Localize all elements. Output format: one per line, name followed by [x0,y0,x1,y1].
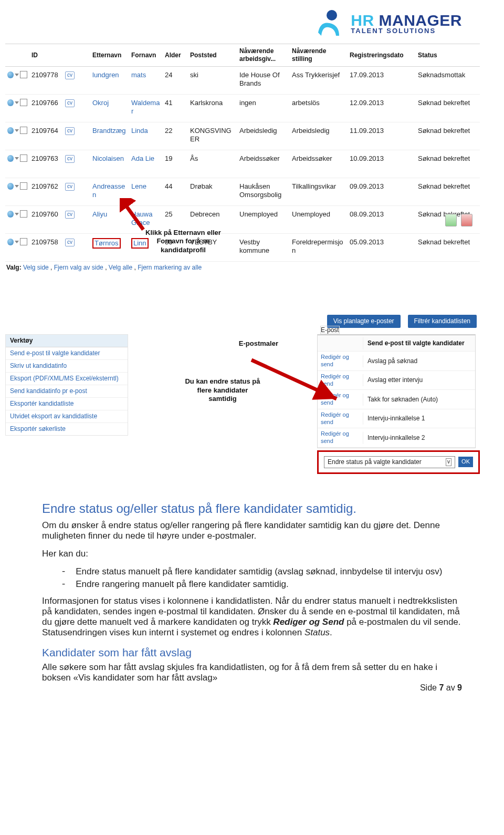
cv-link[interactable]: cv [65,239,75,246]
firstname-link[interactable]: Lene [129,182,163,191]
email-panel-header: Send e-post til valgte kandidater [363,337,475,349]
edit-and-send-link[interactable]: Redigér og send [318,352,363,370]
globe-icon[interactable] [7,127,14,134]
brand-logo: HR MANAGER TALENT SOLUTIONS [42,7,462,40]
dropdown-arrow-icon[interactable] [15,101,19,104]
table-row: 2109762cvAndreassenLene44DrøbakHaukåsen … [5,178,480,206]
edit-and-send-link[interactable]: Redigér og send [318,390,363,409]
tool-link[interactable]: Eksportér søkerliste [6,423,128,435]
row-checkbox[interactable] [20,127,27,134]
cv-link[interactable]: cv [65,71,75,79]
body-paragraph: Informasjonen for status vises i kolonne… [42,596,462,638]
table-row: 2109766cvOkrojWaldemar41Karlskronaingena… [5,95,480,122]
email-template-row: Redigér og sendAvslag etter intervju [318,371,475,390]
firstname-link[interactable]: mats [129,71,163,79]
firstname-link[interactable]: Hauwa Grace [129,210,163,228]
ok-button[interactable]: OK [458,457,473,467]
body-paragraph: Om du ønsker å endre status og/eller ran… [42,520,462,541]
dropdown-arrow-icon[interactable] [15,74,19,76]
annotation-change-status: Du kan endre status på flere kandidater … [135,377,310,403]
tools-panel: Verktøy Send e-post til valgte kandidate… [5,334,128,436]
cv-link[interactable]: cv [65,127,75,135]
email-template-row: Redigér og sendIntervju-innkallelse 2 [318,428,475,448]
table-row: 2109778cvlundgrenmats24skiIde House Of B… [5,67,480,95]
lastname-link[interactable]: Aliyu [90,210,129,219]
tool-link[interactable]: Send kandidatinfo pr e-post [6,385,128,398]
tool-link[interactable]: Utvidet eksport av kandidatliste [6,410,128,423]
globe-icon[interactable] [7,239,14,245]
edit-and-send-link[interactable]: Redigér og send [318,428,363,447]
tool-link[interactable]: Skriv ut kandidatinfo [6,360,128,373]
email-template-row: Redigér og sendIntervju-innkallelse 1 [318,409,475,429]
table-row: 2109764cvBrandtzægLinda22KONGSVINGERArbe… [5,122,480,150]
email-templates-panel: Send e-post til valgte kandidater Redigé… [317,334,476,448]
tool-link[interactable]: Eksport (PDF/XML/MS Excel/eksterntl) [6,373,128,385]
firstname-link[interactable]: Ada Lie [129,154,163,163]
globe-icon[interactable] [7,99,14,106]
edit-and-send-link[interactable]: Redigér og send [318,409,363,428]
cv-link[interactable]: cv [65,183,75,191]
dropdown-arrow-icon[interactable] [15,213,19,215]
lastname-link[interactable]: Nicolaisen [90,154,129,163]
globe-icon[interactable] [7,183,14,190]
export-xls-icon[interactable] [445,214,457,226]
email-template-row: Redigér og sendAvslag på søknad [318,352,475,371]
bullet-list: -Endre status manuelt på flere kandidate… [61,566,462,590]
globe-icon[interactable] [7,155,14,162]
export-icons [445,214,472,226]
lastname-link[interactable]: Andreassen [90,182,129,200]
change-status-dropdown[interactable]: Endre status på valgte kandidater v [324,456,455,468]
body-paragraph: Her kan du: [42,549,462,559]
table-row: 2109763cvNicolaisenAda Lie19ÅsArbeidssøk… [5,150,480,178]
table-row: 2109760cvAliyuHauwa Grace25DebrecenUnemp… [5,206,480,234]
row-checkbox[interactable] [20,71,27,78]
change-status-box: Endre status på valgte kandidater v OK [317,450,480,474]
firstname-link[interactable]: Linda [129,127,163,135]
dropdown-arrow-icon[interactable] [15,185,19,188]
svg-point-0 [327,10,337,20]
firstname-link[interactable]: Waldemar [129,99,163,116]
section-heading-1: Endre status og/eller status på flere ka… [42,501,462,516]
globe-icon[interactable] [7,71,14,78]
export-pdf-icon[interactable] [461,214,472,226]
dropdown-arrow-icon[interactable] [15,129,19,132]
tool-link[interactable]: Send e-post til valgte kandidater [6,347,128,360]
screenshot-panel: ID Etternavn Fornavn Alder Poststed Nåvæ… [5,44,480,474]
annotation-click-name: Klikk på Etternavn eller Fornavn for å s… [128,229,238,254]
clear-all-link[interactable]: Fjern markering av alle [138,264,202,271]
row-checkbox[interactable] [20,238,27,245]
cv-link[interactable]: cv [65,155,75,163]
lastname-link[interactable]: lundgren [90,71,129,79]
row-checkbox[interactable] [20,99,27,106]
selection-row: Valg: Velg side , Fjern valg av side , V… [5,262,480,274]
row-checkbox[interactable] [20,210,27,218]
select-all-link[interactable]: Velg alle [109,264,132,271]
dropdown-arrow-icon[interactable] [15,157,19,160]
chevron-down-icon: v [446,458,452,466]
row-checkbox[interactable] [20,154,27,162]
email-template-label: Intervju-innkallelse 2 [363,432,475,444]
row-checkbox[interactable] [20,182,27,190]
body-paragraph: Alle søkere som har fått avslag skjules … [42,662,462,683]
table-row: 2109758cvTørnrosLinn30VESTBYVestby kommu… [5,234,480,262]
logo-subtitle: TALENT SOLUTIONS [351,28,462,34]
section-heading-2: Kandidater som har fått avslag [42,646,462,659]
globe-icon[interactable] [7,211,14,218]
clear-page-link[interactable]: Fjern valg av side [54,264,103,271]
tools-panel-header: Verktøy [6,335,128,347]
lastname-link[interactable]: Tørnros [90,238,129,249]
cv-link[interactable]: cv [65,211,75,219]
page-footer: Side 7 av 9 [420,683,462,693]
cv-link[interactable]: cv [65,99,75,107]
email-template-label: Takk for søknaden (Auto) [363,394,475,406]
edit-and-send-link[interactable]: Redigér og send [318,371,363,390]
lastname-link[interactable]: Okroj [90,99,129,107]
tool-link[interactable]: Eksportér kandidatliste [6,398,128,410]
email-tab[interactable]: E-post [320,326,340,334]
logo-text-manager: MANAGER [379,12,463,29]
dropdown-arrow-icon[interactable] [15,241,19,243]
select-page-link[interactable]: Velg side [23,264,49,271]
email-template-label: Avslag på søknad [363,355,475,367]
logo-figure-icon [313,7,343,38]
lastname-link[interactable]: Brandtzæg [90,127,129,135]
